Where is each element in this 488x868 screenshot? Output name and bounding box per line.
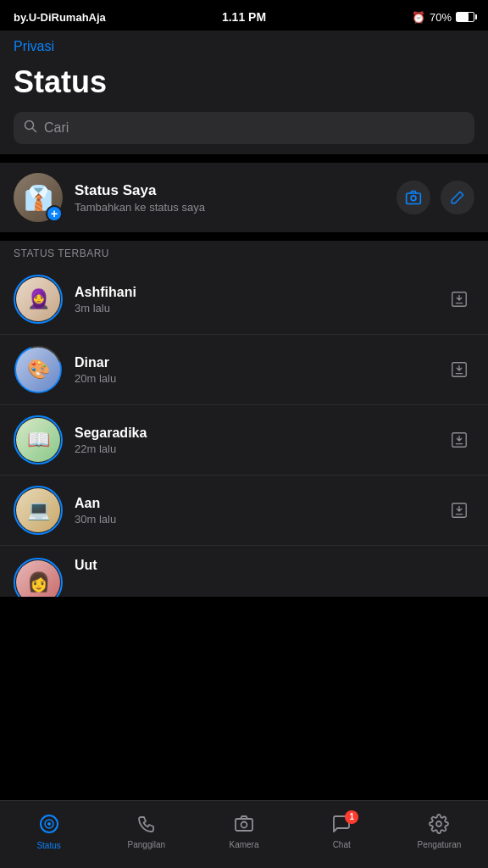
bottom-nav: Status Panggilan Kamera 1 Chat (0, 800, 488, 868)
status-bar: by.U-DiRumahAja 1.11 PM ⏰ 70% (0, 0, 488, 31)
status-nav-icon (38, 813, 60, 838)
status-name: Ashfihani (75, 285, 432, 300)
status-time: 3m lalu (75, 302, 432, 314)
my-status-subtitle: Tambahkan ke status saya (75, 201, 385, 214)
status-info-aan: Aan 30m lalu (75, 496, 432, 526)
search-bar[interactable]: Cari (14, 112, 474, 144)
status-avatar-uut: 👩 (16, 560, 60, 597)
status-avatar-ring: 🧕 (14, 275, 63, 324)
status-item-uut[interactable]: 👩 Uut (0, 546, 488, 597)
edit-button[interactable] (441, 181, 474, 214)
status-avatar-ashfihani: 🧕 (16, 277, 60, 321)
section-gap-2 (0, 232, 488, 241)
download-button-ashfihani[interactable] (444, 284, 474, 314)
header-area: Privasi Status Cari (0, 31, 488, 154)
status-list: 🧕 Ashfihani 3m lalu (0, 264, 488, 597)
my-status-actions (396, 181, 474, 214)
time-text: 1.11 PM (222, 10, 266, 24)
chat-icon: 1 (331, 814, 352, 837)
nav-item-status[interactable]: Status (0, 813, 97, 857)
status-time: 20m lalu (75, 372, 432, 385)
alarm-icon: ⏰ (412, 11, 425, 24)
status-avatar-aan: 💻 (16, 488, 60, 532)
chat-badge: 1 (345, 810, 358, 824)
phone-icon (136, 814, 157, 837)
camera-button[interactable] (396, 181, 430, 214)
camera-nav-icon (234, 814, 254, 837)
my-status-section: + Status Saya Tambahkan ke status saya (0, 163, 488, 232)
status-name: Segaradika (75, 426, 432, 441)
nav-item-panggilan[interactable]: Panggilan (97, 814, 195, 856)
svg-point-3 (411, 196, 416, 201)
nav-item-chat[interactable]: 1 Chat (293, 814, 391, 856)
back-link[interactable]: Privasi (14, 34, 54, 59)
settings-icon (429, 814, 449, 837)
svg-rect-17 (236, 819, 252, 831)
status-avatar-ring-uut: 👩 (14, 558, 63, 597)
my-avatar-container: + (14, 173, 63, 222)
status-avatar-ring-aan: 💻 (14, 486, 63, 535)
my-status-row: + Status Saya Tambahkan ke status saya (14, 173, 474, 222)
status-time: 30m lalu (75, 513, 432, 526)
status-info-ashfihani: Ashfihani 3m lalu (75, 285, 432, 314)
nav-label-chat: Chat (333, 840, 351, 849)
download-button-segaradika[interactable] (444, 425, 474, 455)
search-icon (24, 120, 37, 136)
add-status-badge[interactable]: + (46, 205, 63, 222)
section-gap (0, 154, 488, 163)
status-avatar-ring-segaradika: 📖 (14, 415, 63, 465)
status-name-uut: Uut (75, 558, 474, 573)
nav-label-panggilan: Panggilan (128, 840, 165, 849)
status-time: 22m lalu (75, 442, 432, 455)
my-status-info: Status Saya Tambahkan ke status saya (75, 182, 385, 214)
nav-label-kamera: Kamera (230, 840, 259, 849)
my-status-name: Status Saya (75, 182, 385, 199)
status-avatar-segaradika: 📖 (16, 418, 60, 462)
page-title: Status (14, 64, 474, 100)
svg-point-16 (47, 822, 51, 826)
carrier-text: by.U-DiRumahAja (14, 11, 106, 24)
status-name: Aan (75, 496, 432, 511)
nav-label-status: Status (36, 841, 60, 850)
status-item[interactable]: 💻 Aan 30m lalu (0, 476, 488, 546)
battery-icon (456, 12, 474, 22)
nav-item-kamera[interactable]: Kamera (195, 814, 292, 856)
svg-line-1 (33, 129, 36, 132)
status-info-uut: Uut (75, 558, 474, 573)
status-info-segaradika: Segaradika 22m lalu (75, 426, 432, 455)
status-name: Dinar (75, 355, 432, 370)
status-item[interactable]: 🎨 Dinar 20m lalu (0, 335, 488, 405)
download-button-aan[interactable] (444, 495, 474, 526)
status-avatar-ring-dinar: 🎨 (14, 345, 63, 394)
status-item[interactable]: 🧕 Ashfihani 3m lalu (0, 264, 488, 335)
status-bar-right: ⏰ 70% (412, 11, 474, 24)
status-item[interactable]: 📖 Segaradika 22m lalu (0, 405, 488, 476)
battery-percent: 70% (430, 11, 452, 24)
section-terbaru-label: STATUS TERBARU (0, 241, 488, 264)
svg-rect-2 (407, 193, 421, 204)
nav-item-pengaturan[interactable]: Pengaturan (391, 814, 488, 856)
search-input[interactable]: Cari (44, 120, 69, 136)
svg-point-18 (241, 821, 247, 827)
status-avatar-dinar: 🎨 (16, 348, 60, 392)
status-info-dinar: Dinar 20m lalu (75, 355, 432, 385)
download-button-dinar[interactable] (444, 354, 474, 385)
svg-point-19 (436, 821, 441, 826)
nav-label-pengaturan: Pengaturan (418, 840, 462, 849)
